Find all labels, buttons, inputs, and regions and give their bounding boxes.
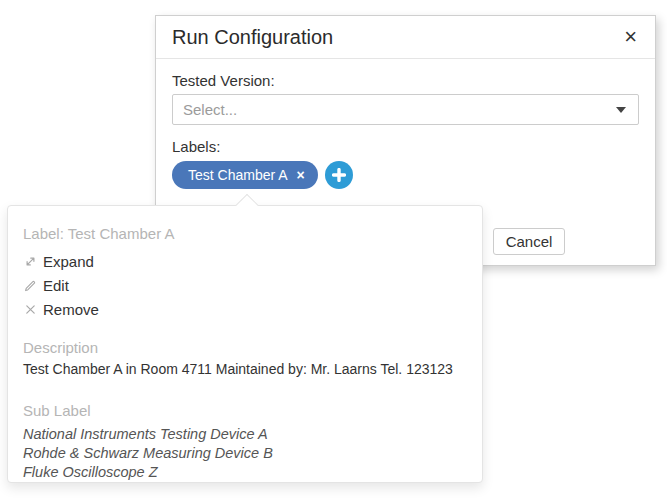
menu-item-label: Edit — [43, 277, 69, 294]
tested-version-select[interactable]: Select... — [172, 94, 639, 125]
tested-version-label: Tested Version: — [172, 72, 639, 89]
labels-label: Labels: — [172, 138, 639, 155]
description-text: Test Chamber A in Room 4711 Maintained b… — [23, 360, 467, 379]
sub-label-item: Fluke Oscilloscope Z — [23, 463, 467, 482]
popover-menu: Expand Edit Remove — [23, 249, 467, 321]
sub-label-heading: Sub Label — [23, 401, 467, 420]
menu-item-label: Remove — [43, 301, 99, 318]
sub-label-item: Rohde & Schwarz Measuring Device B — [23, 444, 467, 463]
popover-header: Label: Test Chamber A — [23, 224, 467, 243]
menu-item-remove[interactable]: Remove — [23, 297, 467, 321]
plus-icon — [332, 168, 346, 182]
sub-label-item: National Instruments Testing Device A — [23, 425, 467, 444]
caret-down-icon — [616, 107, 626, 113]
expand-icon — [23, 254, 37, 268]
tested-version-placeholder: Select... — [183, 101, 237, 118]
menu-item-edit[interactable]: Edit — [23, 273, 467, 297]
sub-label-list: National Instruments Testing Device A Ro… — [23, 425, 467, 482]
labels-tag-row: Test Chamber A × — [172, 161, 639, 189]
tag-remove-icon[interactable]: × — [297, 168, 305, 182]
dialog-header: Run Configuration × — [156, 16, 655, 59]
dialog-title: Run Configuration — [172, 26, 622, 49]
dialog-body: Tested Version: Select... Labels: Test C… — [156, 59, 655, 189]
menu-item-label: Expand — [43, 253, 94, 270]
close-icon[interactable]: × — [622, 26, 639, 48]
page: Run Configuration × Tested Version: Sele… — [0, 0, 667, 502]
cancel-button[interactable]: Cancel — [493, 228, 565, 255]
menu-item-expand[interactable]: Expand — [23, 249, 467, 273]
edit-icon — [23, 278, 37, 292]
label-popover: Label: Test Chamber A Expand Edit — [7, 205, 483, 483]
remove-icon — [23, 302, 37, 316]
description-heading: Description — [23, 338, 467, 357]
label-tag-text: Test Chamber A — [188, 167, 288, 183]
label-tag-test-chamber-a[interactable]: Test Chamber A × — [172, 161, 318, 189]
add-label-button[interactable] — [325, 161, 353, 189]
